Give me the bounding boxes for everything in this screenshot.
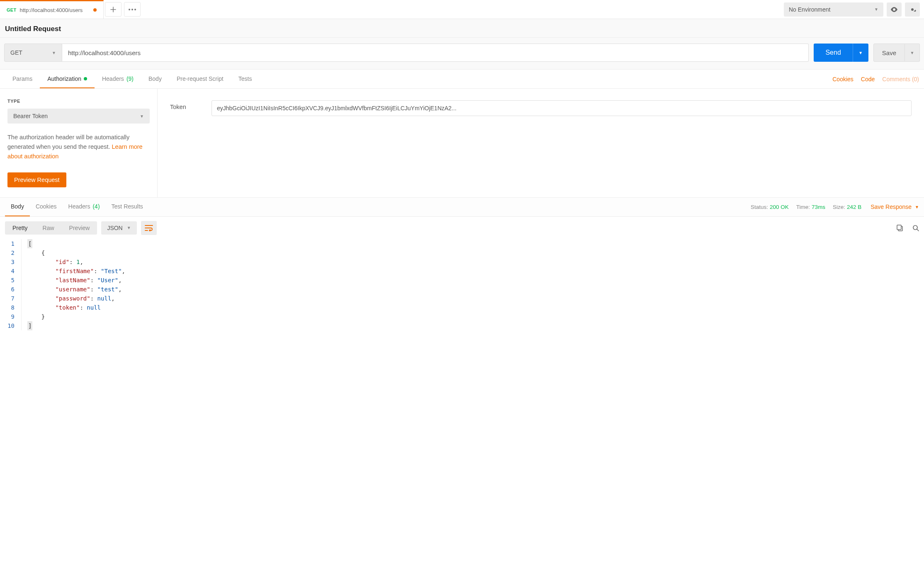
tab-strip: GET http://localhost:4000/users (0, 0, 784, 19)
copy-icon (897, 225, 903, 231)
right-controls: No Environment ▼ (784, 0, 924, 19)
line-gutter: 12345678910 (5, 239, 22, 330)
eye-icon (890, 7, 898, 12)
search-button[interactable] (912, 225, 919, 231)
chevron-down-icon: ▼ (874, 7, 878, 12)
time-meta: Time:73ms (796, 204, 825, 210)
environment-value: No Environment (789, 6, 830, 13)
auth-right: Token (158, 89, 924, 197)
response-body-view[interactable]: 12345678910 [ { "id": 1, "firstName": "T… (0, 239, 924, 339)
chevron-down-icon: ▼ (915, 205, 919, 209)
request-name[interactable]: Untitled Request (5, 25, 919, 33)
svg-point-2 (134, 9, 136, 10)
svg-rect-4 (897, 225, 901, 230)
raw-button[interactable]: Raw (35, 221, 62, 235)
tab-params[interactable]: Params (5, 70, 40, 88)
url-input[interactable] (62, 44, 809, 62)
svg-point-1 (131, 9, 133, 10)
tab-options-button[interactable] (124, 2, 141, 17)
title-row: Untitled Request (0, 19, 924, 38)
response-tabs: Body Cookies Headers (4) Test Results St… (0, 198, 924, 217)
pretty-button[interactable]: Pretty (5, 221, 35, 235)
tab-body[interactable]: Body (141, 70, 169, 88)
resp-tab-headers[interactable]: Headers (4) (63, 198, 106, 216)
send-group: Send ▼ (814, 44, 868, 62)
token-input[interactable] (212, 100, 912, 116)
chevron-down-icon: ▼ (910, 51, 914, 55)
top-bar: GET http://localhost:4000/users No Envir… (0, 0, 924, 19)
time-value: 73ms (812, 204, 825, 210)
method-value: GET (10, 49, 22, 56)
plus-icon (110, 7, 116, 12)
new-tab-button[interactable] (105, 2, 122, 17)
auth-type-value: Bearer Token (13, 113, 48, 119)
view-mode-segment: Pretty Raw Preview (5, 221, 97, 235)
auth-type-select[interactable]: Bearer Token ▼ (7, 109, 150, 124)
authorization-panel: TYPE Bearer Token ▼ The authorization he… (0, 89, 924, 198)
unsaved-dot-icon (93, 8, 97, 12)
preview-button[interactable]: Preview (62, 221, 97, 235)
environment-select[interactable]: No Environment ▼ (784, 2, 883, 17)
tab-title: http://localhost:4000/users (20, 7, 83, 13)
request-row: GET ▼ Send ▼ Save ▼ (0, 38, 924, 70)
svg-point-0 (129, 9, 130, 10)
wrap-icon (145, 225, 153, 231)
chevron-down-icon: ▼ (858, 51, 863, 55)
format-value: JSON (107, 225, 122, 231)
auth-description: The authorization header will be automat… (7, 133, 150, 162)
method-url-wrap: GET ▼ (4, 44, 809, 62)
settings-button[interactable] (905, 2, 920, 17)
cookies-link[interactable]: Cookies (832, 76, 853, 82)
auth-left: TYPE Bearer Token ▼ The authorization he… (0, 89, 158, 197)
method-select[interactable]: GET ▼ (4, 44, 62, 62)
chevron-down-icon: ▼ (52, 51, 56, 55)
code-link[interactable]: Code (861, 76, 875, 82)
copy-button[interactable] (897, 225, 903, 231)
format-select[interactable]: JSON ▼ (101, 221, 136, 235)
tab-authorization[interactable]: Authorization (40, 70, 95, 88)
resp-tab-cookies[interactable]: Cookies (30, 198, 63, 216)
save-dropdown-button[interactable]: ▼ (905, 44, 920, 62)
chevron-down-icon: ▼ (127, 225, 131, 230)
save-response-button[interactable]: Save Response▼ (871, 204, 919, 210)
headers-count: (9) (126, 75, 134, 82)
comments-link[interactable]: Comments (0) (882, 76, 919, 82)
request-tabs: Params Authorization Headers (9) Body Pr… (0, 70, 924, 89)
resp-tab-testresults[interactable]: Test Results (106, 198, 149, 216)
environment-quicklook-button[interactable] (887, 2, 902, 17)
send-button[interactable]: Send (814, 44, 852, 62)
save-group: Save ▼ (873, 44, 920, 62)
resp-tab-body[interactable]: Body (5, 198, 30, 216)
indicator-dot-icon (84, 77, 87, 80)
wrap-lines-button[interactable] (141, 221, 157, 235)
chevron-down-icon: ▼ (140, 114, 144, 119)
tab-tests[interactable]: Tests (231, 70, 260, 88)
resp-headers-count: (4) (92, 203, 100, 210)
send-dropdown-button[interactable]: ▼ (853, 44, 868, 62)
status-value: 200 OK (770, 204, 789, 210)
gear-icon (909, 6, 916, 13)
save-button[interactable]: Save (873, 44, 905, 62)
response-toolbar: Pretty Raw Preview JSON ▼ (0, 217, 924, 239)
code-content: [ { "id": 1, "firstName": "Test", "lastN… (22, 239, 919, 330)
search-icon (912, 225, 919, 231)
tab-method: GET (7, 7, 17, 12)
size-meta: Size:242 B (833, 204, 861, 210)
size-value: 242 B (847, 204, 861, 210)
request-tab[interactable]: GET http://localhost:4000/users (0, 0, 104, 19)
token-label: Token (170, 100, 195, 110)
type-label: TYPE (7, 99, 150, 104)
tab-prerequest[interactable]: Pre-request Script (169, 70, 231, 88)
tab-headers[interactable]: Headers (9) (95, 70, 141, 88)
ellipsis-icon (129, 9, 136, 10)
status-meta: Status:200 OK (751, 204, 789, 210)
preview-request-button[interactable]: Preview Request (7, 172, 66, 187)
